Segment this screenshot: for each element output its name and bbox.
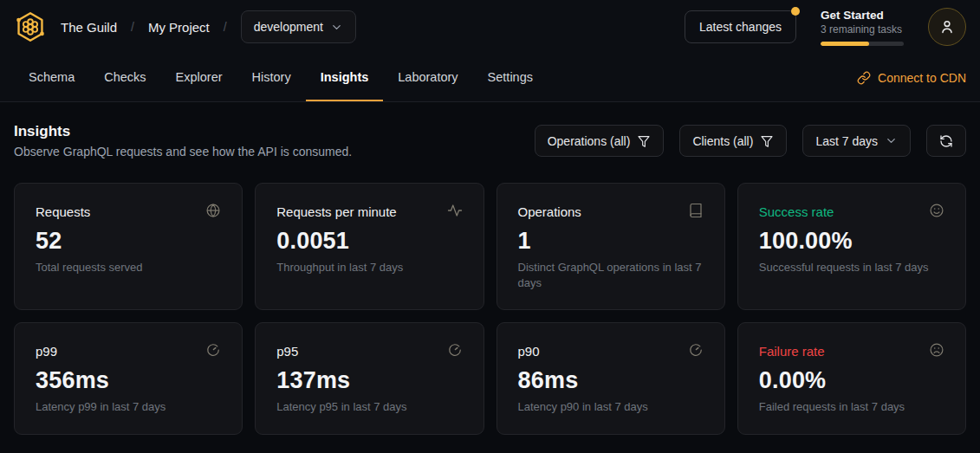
user-avatar-button[interactable] <box>928 8 966 46</box>
stat-card: Operations 1 Distinct GraphQL operations… <box>496 183 725 310</box>
stat-card-description: Total requests served <box>36 260 221 275</box>
stat-card-title: p90 <box>518 342 540 359</box>
latest-changes-button[interactable]: Latest changes <box>685 10 796 43</box>
filter-icon <box>760 134 774 148</box>
insights-header: Insights Observe GraphQL requests and se… <box>0 102 980 159</box>
page-subtitle: Observe GraphQL requests and see how the… <box>14 145 352 159</box>
stat-card: Success rate 100.00% Successful requests… <box>737 183 966 310</box>
gauge-icon <box>688 342 704 358</box>
stat-card-value: 86ms <box>518 367 704 394</box>
stat-card: Requests 52 Total requests served <box>14 183 243 310</box>
stat-card: Failure rate 0.00% Failed requests in la… <box>737 322 966 435</box>
tab-insights[interactable]: Insights <box>306 54 384 101</box>
get-started-widget[interactable]: Get Started 3 remaining tasks <box>821 9 904 46</box>
get-started-progress-fill <box>821 42 869 46</box>
tab-laboratory[interactable]: Laboratory <box>383 54 472 101</box>
stat-card-title: p99 <box>36 342 57 359</box>
stat-card-value: 52 <box>36 228 221 255</box>
tab-schema[interactable]: Schema <box>14 54 89 101</box>
stat-card-title: Failure rate <box>759 342 825 359</box>
smile-icon <box>929 203 944 218</box>
app-header: The Guild / My Project / development Lat… <box>0 0 980 54</box>
book-icon <box>688 203 704 218</box>
stat-card-value: 0.00% <box>759 367 944 394</box>
breadcrumb-separator: / <box>224 20 227 34</box>
stat-card-title: Operations <box>518 203 581 219</box>
breadcrumb-project[interactable]: My Project <box>148 20 210 35</box>
tab-history[interactable]: History <box>237 54 306 101</box>
user-icon <box>938 17 957 36</box>
nav-tabs: SchemaChecksExplorerHistoryInsightsLabor… <box>14 54 548 101</box>
operations-filter-button[interactable]: Operations (all) <box>535 125 665 157</box>
activity-icon <box>447 203 463 218</box>
get-started-progressbar <box>821 42 904 46</box>
hive-logo-icon[interactable] <box>14 10 47 43</box>
connect-to-cdn-label: Connect to CDN <box>878 71 966 85</box>
chevron-down-icon <box>885 134 898 147</box>
refresh-icon <box>939 134 953 148</box>
get-started-subtitle: 3 remaining tasks <box>821 23 904 36</box>
link-icon <box>857 71 871 85</box>
project-nav: SchemaChecksExplorerHistoryInsightsLabor… <box>0 54 980 102</box>
header-right: Latest changes Get Started 3 remaining t… <box>685 8 966 46</box>
stat-card-description: Successful requests in last 7 days <box>759 260 944 275</box>
frown-icon <box>929 342 944 358</box>
notification-dot <box>791 7 800 16</box>
stat-card: p90 86ms Latency p90 in last 7 days <box>496 322 725 435</box>
gauge-icon <box>205 342 221 358</box>
target-selector-value: development <box>254 20 323 34</box>
stat-card-value: 356ms <box>36 367 221 394</box>
stats-grid: Requests 52 Total requests served Reques… <box>0 159 980 435</box>
stat-card-description: Failed requests in last 7 days <box>759 399 944 415</box>
clients-filter-label: Clients (all) <box>692 134 753 148</box>
tab-checks[interactable]: Checks <box>89 54 160 101</box>
date-range-button[interactable]: Last 7 days <box>802 125 911 157</box>
stat-card-description: Latency p95 in last 7 days <box>276 399 462 415</box>
stat-card-description: Latency p90 in last 7 days <box>518 399 704 415</box>
get-started-title: Get Started <box>821 9 904 22</box>
page-title: Insights <box>14 123 352 140</box>
target-selector-button[interactable]: development <box>241 10 356 43</box>
refresh-button[interactable] <box>926 125 966 157</box>
gauge-icon <box>447 342 463 358</box>
stat-card: p99 356ms Latency p99 in last 7 days <box>14 322 243 435</box>
stat-card-description: Distinct GraphQL operations in last 7 da… <box>518 260 704 290</box>
latest-changes-label: Latest changes <box>699 20 782 34</box>
breadcrumb: The Guild / My Project / development <box>61 10 356 43</box>
stat-card-value: 1 <box>518 228 704 255</box>
stat-card-value: 137ms <box>276 367 462 394</box>
filters-toolbar: Operations (all) Clients (all) Last 7 da… <box>535 125 966 157</box>
stat-card: p95 137ms Latency p95 in last 7 days <box>255 322 484 435</box>
insights-heading-block: Insights Observe GraphQL requests and se… <box>14 123 352 159</box>
stat-card-title: Requests per minute <box>276 203 396 219</box>
clients-filter-button[interactable]: Clients (all) <box>679 125 787 157</box>
breadcrumb-org[interactable]: The Guild <box>61 20 117 35</box>
date-range-label: Last 7 days <box>815 134 878 148</box>
stat-card: Requests per minute 0.0051 Throughput in… <box>255 183 484 310</box>
stat-card-value: 100.00% <box>759 228 944 255</box>
stat-card-description: Latency p99 in last 7 days <box>36 399 221 415</box>
stat-card-title: Success rate <box>759 203 834 219</box>
chevron-down-icon <box>330 21 343 34</box>
connect-to-cdn-link[interactable]: Connect to CDN <box>857 54 966 101</box>
stat-card-value: 0.0051 <box>276 228 462 255</box>
stat-card-title: Requests <box>36 203 90 219</box>
tab-settings[interactable]: Settings <box>473 54 548 101</box>
filter-icon <box>637 134 651 148</box>
breadcrumb-separator: / <box>131 20 134 34</box>
operations-filter-label: Operations (all) <box>548 134 631 148</box>
stat-card-description: Throughput in last 7 days <box>276 260 462 275</box>
stat-card-title: p95 <box>276 342 298 359</box>
tab-explorer[interactable]: Explorer <box>161 54 237 101</box>
globe-icon <box>205 203 221 218</box>
